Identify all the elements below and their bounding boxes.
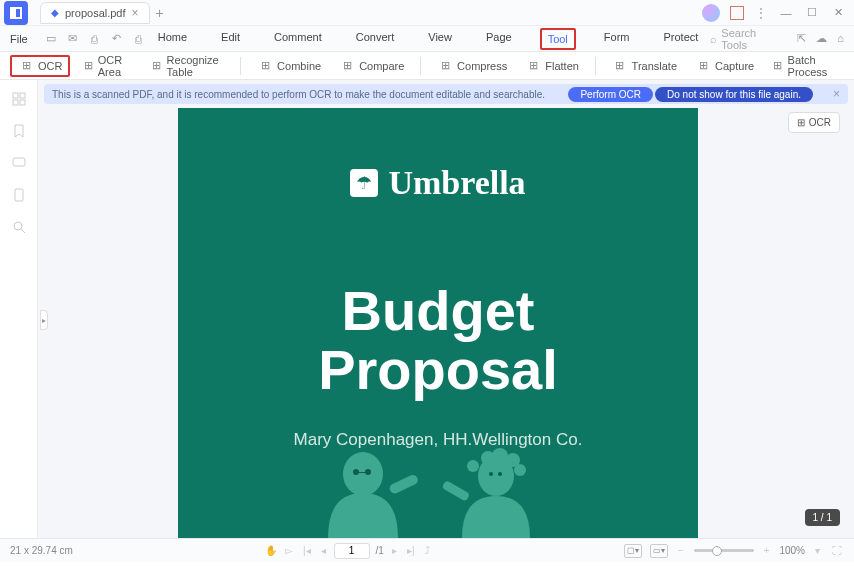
tool-ocr[interactable]: ⊞OCR xyxy=(10,55,70,77)
menu-comment[interactable]: Comment xyxy=(268,28,328,50)
tool-translate[interactable]: ⊞Translate xyxy=(606,57,683,75)
undo-icon[interactable]: ↶ xyxy=(110,32,124,46)
svg-rect-1 xyxy=(11,8,16,18)
svg-point-16 xyxy=(514,464,526,476)
more-menu-icon[interactable]: ⋮ xyxy=(754,5,768,21)
tool-recognize-table[interactable]: ⊞Recognize Table xyxy=(145,52,230,80)
menu-protect[interactable]: Protect xyxy=(657,28,704,50)
umbrella-logo-icon xyxy=(350,169,378,197)
notification-icon[interactable] xyxy=(730,6,744,20)
zoom-dropdown-icon[interactable]: ▾ xyxy=(813,545,822,556)
compare-icon: ⊞ xyxy=(339,59,355,73)
close-notification-icon[interactable]: × xyxy=(833,87,840,101)
page-number-input[interactable] xyxy=(334,543,370,559)
translate-icon: ⊞ xyxy=(612,59,628,73)
search-panel-icon[interactable] xyxy=(10,218,28,236)
flatten-icon: ⊞ xyxy=(525,59,541,73)
menubar: File ▭ ✉ ⎙ ↶ ⎙ HomeEditCommentConvertVie… xyxy=(0,26,854,52)
menu-form[interactable]: Form xyxy=(598,28,636,50)
svg-point-25 xyxy=(498,472,502,476)
tool-flatten[interactable]: ⊞Flatten xyxy=(519,57,585,75)
workspace: ▸ This is a scanned PDF, and it is recom… xyxy=(0,80,854,538)
svg-point-17 xyxy=(478,456,514,496)
zoom-in-button[interactable]: + xyxy=(762,545,772,556)
select-tool-icon[interactable]: ▻ xyxy=(283,545,295,556)
document-page: Umbrella Budget Proposal Mary Copenhagen… xyxy=(178,108,698,538)
svg-point-8 xyxy=(14,222,22,230)
thumbnails-icon[interactable] xyxy=(10,90,28,108)
svg-rect-4 xyxy=(13,100,18,105)
page-total: /1 xyxy=(376,545,384,556)
svg-rect-5 xyxy=(20,100,25,105)
menu-page[interactable]: Page xyxy=(480,28,518,50)
brand-name: Umbrella xyxy=(388,164,525,202)
capture-icon: ⊞ xyxy=(695,59,711,73)
tool-combine[interactable]: ⊞Combine xyxy=(251,57,327,75)
title-line-1: Budget xyxy=(318,282,558,341)
page-indicator: 1 / 1 xyxy=(805,509,840,526)
continuous-view-icon[interactable]: ▭▾ xyxy=(650,544,668,558)
tool-batch-process[interactable]: ⊞Batch Process xyxy=(766,52,844,80)
close-tab-icon[interactable]: × xyxy=(132,6,139,20)
statusbar: 21 x 29.74 cm ✋ ▻ |◂ ◂ /1 ▸ ▸| ⤴ ▢▾ ▭▾ −… xyxy=(0,538,854,562)
quick-access-toolbar: ▭ ✉ ⎙ ↶ ⎙ xyxy=(38,32,152,46)
tool-compress[interactable]: ⊞Compress xyxy=(431,57,513,75)
home-icon[interactable]: ⌂ xyxy=(837,32,844,45)
new-tab-button[interactable]: + xyxy=(156,5,164,21)
jump-button[interactable]: ⤴ xyxy=(423,545,432,556)
search-tools[interactable]: ⌕ Search Tools xyxy=(704,27,787,51)
hand-tool-icon[interactable]: ✋ xyxy=(265,545,277,556)
zoom-level: 100% xyxy=(779,545,805,556)
cloud-icon[interactable]: ☁ xyxy=(816,32,827,45)
print-icon[interactable]: ⎙ xyxy=(132,32,146,46)
toolbar-separator xyxy=(420,57,421,75)
user-avatar[interactable] xyxy=(702,4,720,22)
svg-rect-23 xyxy=(359,472,365,473)
toolbar-separator xyxy=(595,57,596,75)
prev-page-button[interactable]: ◂ xyxy=(319,545,328,556)
fullscreen-icon[interactable]: ⛶ xyxy=(830,545,844,556)
people-illustration xyxy=(178,438,698,538)
compress-icon: ⊞ xyxy=(437,59,453,73)
save-icon[interactable]: ⎙ xyxy=(88,32,102,46)
ocr-badge-icon: ⊞ xyxy=(797,117,805,128)
svg-rect-18 xyxy=(442,480,471,502)
close-window-button[interactable]: ✕ xyxy=(830,6,846,20)
svg-rect-22 xyxy=(365,471,371,472)
last-page-button[interactable]: ▸| xyxy=(405,545,417,556)
dismiss-notification-button[interactable]: Do not show for this file again. xyxy=(655,87,813,102)
bookmark-icon[interactable] xyxy=(10,122,28,140)
attachments-icon[interactable] xyxy=(10,186,28,204)
notification-text: This is a scanned PDF, and it is recomme… xyxy=(52,89,568,100)
minimize-button[interactable]: — xyxy=(778,6,794,20)
menu-home[interactable]: Home xyxy=(152,28,193,50)
titlebar: ◆ proposal.pdf × + ⋮ — ☐ ✕ xyxy=(0,0,854,26)
open-icon[interactable]: ▭ xyxy=(44,32,58,46)
ocr-floating-button[interactable]: ⊞ OCR xyxy=(788,112,840,133)
tool-ocr-area[interactable]: ⊞OCR Area xyxy=(76,52,139,80)
tool-capture[interactable]: ⊞Capture xyxy=(689,57,760,75)
svg-rect-21 xyxy=(353,471,359,472)
tool-compare[interactable]: ⊞Compare xyxy=(333,57,410,75)
document-canvas: This is a scanned PDF, and it is recomme… xyxy=(38,80,854,538)
first-page-button[interactable]: |◂ xyxy=(301,545,313,556)
menu-edit[interactable]: Edit xyxy=(215,28,246,50)
comments-icon[interactable] xyxy=(10,154,28,172)
perform-ocr-button[interactable]: Perform OCR xyxy=(568,87,653,102)
next-page-button[interactable]: ▸ xyxy=(390,545,399,556)
menu-tool[interactable]: Tool xyxy=(540,28,576,50)
file-menu[interactable]: File xyxy=(0,33,38,45)
svg-point-10 xyxy=(343,452,383,496)
maximize-button[interactable]: ☐ xyxy=(804,6,820,20)
document-tab[interactable]: ◆ proposal.pdf × xyxy=(40,2,150,24)
zoom-slider[interactable] xyxy=(694,549,754,552)
sidebar xyxy=(0,80,38,538)
svg-rect-11 xyxy=(388,473,419,495)
mail-icon[interactable]: ✉ xyxy=(66,32,80,46)
svg-point-24 xyxy=(489,472,493,476)
menu-view[interactable]: View xyxy=(422,28,458,50)
single-page-view-icon[interactable]: ▢▾ xyxy=(624,544,642,558)
zoom-out-button[interactable]: − xyxy=(676,545,686,556)
menu-convert[interactable]: Convert xyxy=(350,28,401,50)
share-icon[interactable]: ⇱ xyxy=(797,32,806,45)
